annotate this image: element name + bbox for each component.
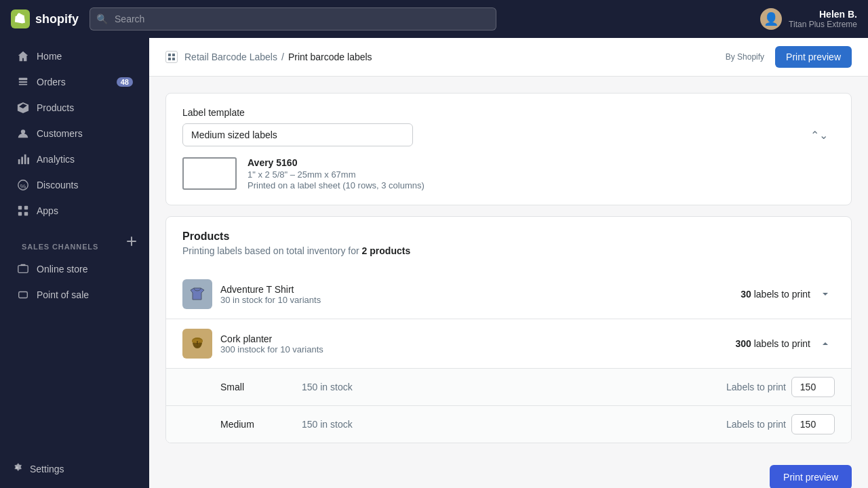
svg-rect-7	[27, 157, 29, 164]
variant-row-small: Small 150 in stock Labels to print	[166, 368, 851, 405]
sidebar-label-analytics: Analytics	[37, 154, 75, 165]
product-meta-tshirt: 30 in stock for 10 variants	[220, 295, 741, 305]
svg-point-3	[21, 129, 25, 134]
top-nav: shopify 🔍 👤 Helen B. Titan Plus Extreme	[0, 0, 868, 38]
tshirt-labels-count: 30 labels to print	[741, 289, 810, 300]
sidebar-label-home: Home	[37, 51, 62, 62]
product-row-cork-planter: Cork planter 300 instock for 10 variants…	[166, 319, 851, 368]
product-name-planter: Cork planter	[220, 333, 735, 344]
products-count: 2 products	[362, 245, 411, 256]
sidebar-item-products[interactable]: Products	[5, 96, 144, 120]
label-template-section: Label template Small sized labels Medium…	[166, 94, 851, 205]
sidebar-label-products: Products	[37, 102, 74, 113]
svg-rect-12	[18, 212, 22, 216]
orders-icon	[16, 75, 30, 89]
sidebar-label-orders: Orders	[37, 77, 66, 87]
point-of-sale-icon	[16, 288, 30, 302]
print-preview-bottom-button[interactable]: Print preview	[770, 465, 852, 488]
sidebar-item-point-of-sale[interactable]: Point of sale	[5, 283, 144, 307]
sidebar-label-point-of-sale: Point of sale	[37, 289, 89, 300]
label-spec-name: Avery 5160	[248, 157, 425, 168]
label-spec-sheet: Printed on a label sheet (10 rows, 3 col…	[248, 180, 425, 190]
variant-labels-label-small: Labels to print	[726, 382, 786, 392]
breadcrumb-current: Print barcode labels	[288, 52, 372, 62]
settings-item[interactable]: Settings	[0, 455, 149, 483]
svg-rect-4	[18, 159, 20, 164]
breadcrumb-separator: /	[281, 52, 284, 62]
sidebar-item-apps[interactable]: Apps	[5, 199, 144, 223]
svg-rect-19	[172, 58, 175, 60]
analytics-icon	[16, 152, 30, 166]
variant-input-small[interactable]	[791, 377, 835, 397]
product-labels-tshirt: 30 labels to print	[741, 285, 835, 304]
shopify-logo[interactable]: shopify	[11, 9, 79, 28]
search-icon: 🔍	[96, 14, 108, 24]
sidebar-label-customers: Customers	[37, 128, 83, 139]
avatar: 👤	[760, 8, 782, 30]
print-preview-header-button[interactable]: Print preview	[775, 46, 852, 68]
user-info: Helen B. Titan Plus Extreme	[789, 9, 857, 29]
svg-rect-18	[168, 58, 171, 60]
sidebar-label-online-store: Online store	[37, 264, 87, 274]
variant-name-medium: Medium	[220, 419, 302, 430]
variant-stock-small: 150 in stock	[302, 382, 726, 392]
label-template-card: Label template Small sized labels Medium…	[165, 93, 852, 205]
bottom-actions: Print preview	[165, 454, 852, 488]
sidebar-label-apps: Apps	[37, 205, 58, 216]
user-area: 👤 Helen B. Titan Plus Extreme	[760, 8, 857, 30]
logo-icon	[11, 9, 30, 28]
products-subtitle: Printing labels based on total inventory…	[182, 245, 835, 256]
product-info-planter: Cork planter 300 instock for 10 variants	[220, 333, 735, 354]
search-bar: 🔍	[90, 7, 496, 30]
products-title: Products	[182, 230, 835, 243]
variant-stock-medium: 150 in stock	[302, 419, 726, 430]
variant-input-medium[interactable]	[791, 414, 835, 434]
products-subtitle-prefix: Printing labels based on total inventory…	[182, 245, 359, 256]
svg-rect-10	[18, 206, 22, 209]
sidebar-settings-label: Settings	[30, 464, 64, 474]
sidebar-item-home[interactable]: Home	[5, 44, 144, 68]
sidebar: Home Orders 48 Products Customers	[0, 38, 149, 488]
sidebar-item-customers[interactable]: Customers	[5, 121, 144, 146]
label-template-label: Label template	[182, 107, 835, 118]
user-name: Helen B.	[789, 9, 857, 20]
sidebar-item-online-store[interactable]: Online store	[5, 257, 144, 281]
breadcrumb-parent[interactable]: Retail Barcode Labels	[184, 52, 277, 62]
content-header: Retail Barcode Labels / Print barcode la…	[149, 38, 868, 77]
sidebar-item-discounts[interactable]: % Discounts	[5, 173, 144, 197]
online-store-icon	[16, 262, 30, 276]
svg-rect-1	[19, 81, 28, 83]
svg-rect-0	[19, 78, 28, 81]
svg-rect-6	[24, 155, 26, 164]
product-labels-planter: 300 labels to print	[735, 334, 835, 353]
breadcrumb-app-icon	[165, 51, 178, 63]
product-thumb-tshirt	[182, 279, 212, 309]
logo-text: shopify	[35, 12, 79, 26]
add-sales-channel-button[interactable]	[125, 235, 138, 248]
sales-channels-label: SALES CHANNELS	[11, 235, 109, 253]
sidebar-item-orders[interactable]: Orders 48	[5, 70, 144, 94]
label-spec-info: Avery 5160 1" x 2 5/8" – 25mm x 67mm Pri…	[248, 157, 425, 191]
by-shopify: By Shopify	[726, 52, 764, 62]
sidebar-item-analytics[interactable]: Analytics	[5, 147, 144, 171]
label-spec: Avery 5160 1" x 2 5/8" – 25mm x 67mm Pri…	[182, 157, 835, 191]
apps-icon	[16, 204, 30, 218]
settings-icon	[11, 462, 23, 476]
variant-row-medium: Medium 150 in stock Labels to print	[166, 405, 851, 443]
label-template-select[interactable]: Small sized labels Medium sized labels L…	[182, 123, 413, 146]
sales-channels-header: SALES CHANNELS	[0, 224, 149, 256]
label-preview-box	[182, 157, 237, 190]
variant-labels-label-medium: Labels to print	[726, 419, 786, 430]
product-row-adventure-tshirt: Adventure T Shirt 30 in stock for 10 var…	[166, 270, 851, 319]
tshirt-expand-button[interactable]	[816, 285, 835, 304]
planter-collapse-button[interactable]	[816, 334, 835, 353]
user-store: Titan Plus Extreme	[789, 20, 857, 29]
svg-rect-13	[24, 212, 28, 216]
select-arrow-icon: ⌃⌄	[810, 129, 828, 142]
orders-badge: 48	[117, 77, 133, 87]
planter-labels-count: 300 labels to print	[735, 338, 810, 349]
label-template-select-wrapper: Small sized labels Medium sized labels L…	[182, 123, 835, 146]
search-input[interactable]	[90, 7, 496, 30]
customers-icon	[16, 127, 30, 140]
products-header-section: Products Printing labels based on total …	[166, 217, 851, 270]
